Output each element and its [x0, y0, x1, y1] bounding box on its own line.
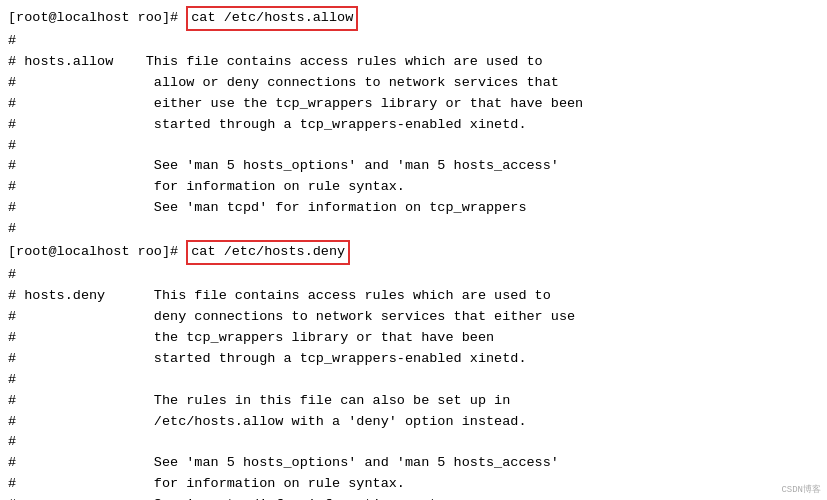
- comment-text: # See 'man tcpd' for information on tcp_…: [8, 198, 526, 219]
- comment-text: #: [8, 265, 16, 286]
- command-prompt: [root@localhost roo]#: [8, 242, 186, 263]
- comment-text: # either use the tcp_wrappers library or…: [8, 94, 583, 115]
- terminal-line: # started through a tcp_wrappers-enabled…: [8, 115, 819, 136]
- terminal-line: #: [8, 219, 819, 240]
- comment-text: # See 'man 5 hosts_options' and 'man 5 h…: [8, 156, 559, 177]
- comment-text: # started through a tcp_wrappers-enabled…: [8, 115, 526, 136]
- comment-text: #: [8, 31, 16, 52]
- comment-text: # for information on rule syntax.: [8, 177, 405, 198]
- comment-text: # The rules in this file can also be set…: [8, 391, 510, 412]
- terminal-line: #: [8, 432, 819, 453]
- terminal-line: [root@localhost roo]# cat /etc/hosts.all…: [8, 6, 819, 31]
- terminal-line: # hosts.deny This file contains access r…: [8, 286, 819, 307]
- terminal-line: #: [8, 31, 819, 52]
- terminal-line: # /etc/hosts.allow with a 'deny' option …: [8, 412, 819, 433]
- comment-text: # hosts.deny This file contains access r…: [8, 286, 551, 307]
- comment-text: # for information on rule syntax.: [8, 474, 405, 495]
- terminal-line: # See 'man 5 hosts_options' and 'man 5 h…: [8, 156, 819, 177]
- terminal-line: # hosts.allow This file contains access …: [8, 52, 819, 73]
- comment-text: # See 'man 5 hosts_options' and 'man 5 h…: [8, 453, 559, 474]
- terminal-line: # started through a tcp_wrappers-enabled…: [8, 349, 819, 370]
- comment-text: # started through a tcp_wrappers-enabled…: [8, 349, 526, 370]
- terminal-line: # See 'man 5 hosts_options' and 'man 5 h…: [8, 453, 819, 474]
- comment-text: #: [8, 219, 16, 240]
- terminal-window: [root@localhost roo]# cat /etc/hosts.all…: [0, 0, 827, 500]
- command-prompt: [root@localhost roo]#: [8, 8, 186, 29]
- terminal-line: # for information on rule syntax.: [8, 177, 819, 198]
- terminal-line: #: [8, 136, 819, 157]
- terminal-line: # the tcp_wrappers library or that have …: [8, 328, 819, 349]
- comment-text: #: [8, 370, 16, 391]
- terminal-line: # The rules in this file can also be set…: [8, 391, 819, 412]
- watermark: CSDN博客: [781, 483, 821, 496]
- comment-text: # hosts.allow This file contains access …: [8, 52, 543, 73]
- terminal-line: # deny connections to network services t…: [8, 307, 819, 328]
- terminal-line: # See 'man tcpd' for information on tcp_…: [8, 495, 819, 500]
- comment-text: # the tcp_wrappers library or that have …: [8, 328, 494, 349]
- comment-text: # See 'man tcpd' for information on tcp_…: [8, 495, 526, 500]
- terminal-line: # allow or deny connections to network s…: [8, 73, 819, 94]
- terminal-line: [root@localhost roo]# cat /etc/hosts.den…: [8, 240, 819, 265]
- comment-text: # /etc/hosts.allow with a 'deny' option …: [8, 412, 526, 433]
- command-text[interactable]: cat /etc/hosts.allow: [186, 6, 358, 31]
- terminal-line: # either use the tcp_wrappers library or…: [8, 94, 819, 115]
- comment-text: #: [8, 136, 16, 157]
- command-text[interactable]: cat /etc/hosts.deny: [186, 240, 350, 265]
- terminal-line: # for information on rule syntax.: [8, 474, 819, 495]
- terminal-line: #: [8, 265, 819, 286]
- comment-text: #: [8, 432, 16, 453]
- terminal-line: # See 'man tcpd' for information on tcp_…: [8, 198, 819, 219]
- comment-text: # allow or deny connections to network s…: [8, 73, 559, 94]
- terminal-line: #: [8, 370, 819, 391]
- comment-text: # deny connections to network services t…: [8, 307, 575, 328]
